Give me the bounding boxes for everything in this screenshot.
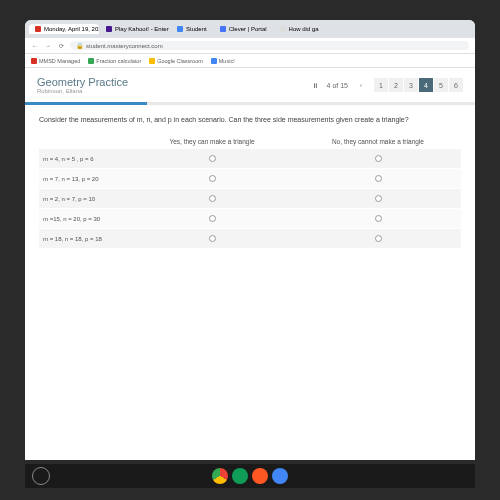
address-bar: ← → ⟳ 🔒student.masteryconnect.com: [25, 38, 475, 54]
chrome-os-shelf: [25, 464, 475, 488]
matrix-header: Yes, they can make a triangle No, they c…: [39, 134, 461, 149]
question-area: Consider the measurements of m, n, and p…: [25, 105, 475, 259]
radio-button[interactable]: [375, 175, 382, 182]
bookmark-icon: [149, 58, 155, 64]
matrix-row: m = 7, n = 13, p = 20: [39, 169, 461, 189]
col-no: No, they cannot make a triangle: [295, 134, 461, 149]
reload-icon[interactable]: ⟳: [57, 42, 65, 50]
answer-matrix: Yes, they can make a triangle No, they c…: [39, 134, 461, 249]
tab-favicon: [280, 26, 286, 32]
bookmark-label: Fraction calculator: [96, 58, 141, 64]
assessment-header: Geometry Practice Robinson, Eliana ⏸ 4 o…: [25, 68, 475, 102]
screen: Monday, April 19, 2021 Play Kahoot! - En…: [25, 20, 475, 460]
tab-label: Monday, April 19, 2021: [44, 26, 99, 32]
row-label: m = 18, n = 18, p = 18: [39, 230, 129, 248]
bookmark-1[interactable]: Fraction calculator: [88, 58, 141, 64]
prev-icon[interactable]: ‹: [356, 82, 366, 89]
bookmark-icon: [31, 58, 37, 64]
header-right: ⏸ 4 of 15 ‹ 1 2 3 4 5 6: [312, 78, 463, 92]
app-icon[interactable]: [232, 468, 248, 484]
cell-yes: [129, 169, 295, 188]
student-name: Robinson, Eliana: [37, 88, 128, 94]
matrix-row: m = 2, n = 7, p = 10: [39, 189, 461, 209]
app-chrome-icon[interactable]: [212, 468, 228, 484]
page-content: Geometry Practice Robinson, Eliana ⏸ 4 o…: [25, 68, 475, 460]
tab-3[interactable]: Clever | Portal: [214, 24, 273, 34]
bookmark-2[interactable]: Google Classroom: [149, 58, 203, 64]
tab-favicon: [35, 26, 41, 32]
row-label: m = 7, n = 13, p = 20: [39, 170, 129, 188]
progress-bar: [25, 102, 475, 105]
question-text: Consider the measurements of m, n, and p…: [39, 115, 461, 124]
url-text: student.masteryconnect.com: [86, 43, 163, 49]
cell-yes: [129, 149, 295, 168]
bookmarks-bar: MMSD Managed Fraction calculator Google …: [25, 54, 475, 68]
bookmark-label: Music!: [219, 58, 235, 64]
radio-button[interactable]: [209, 215, 216, 222]
radio-button[interactable]: [209, 195, 216, 202]
tab-1[interactable]: Play Kahoot! - Enter game P: [100, 24, 170, 34]
page-1[interactable]: 1: [374, 78, 388, 92]
matrix-row: m = 4, n = 5 , p = 6: [39, 149, 461, 169]
col-yes: Yes, they can make a triangle: [129, 134, 295, 149]
tab-favicon: [106, 26, 112, 32]
bookmark-icon: [88, 58, 94, 64]
tab-label: Clever | Portal: [229, 26, 267, 32]
bookmark-label: Google Classroom: [157, 58, 203, 64]
bookmark-3[interactable]: Music!: [211, 58, 235, 64]
row-label: m = 4, n = 5 , p = 6: [39, 150, 129, 168]
app-icon[interactable]: [252, 468, 268, 484]
radio-button[interactable]: [209, 235, 216, 242]
launcher-icon[interactable]: [32, 467, 50, 485]
bookmark-0[interactable]: MMSD Managed: [31, 58, 80, 64]
bookmark-label: MMSD Managed: [39, 58, 80, 64]
tab-4[interactable]: How did ga: [274, 24, 325, 34]
lock-icon: 🔒: [76, 42, 83, 49]
radio-button[interactable]: [375, 215, 382, 222]
page-6[interactable]: 6: [449, 78, 463, 92]
cell-no: [295, 149, 461, 168]
radio-button[interactable]: [375, 235, 382, 242]
url-field[interactable]: 🔒student.masteryconnect.com: [70, 41, 469, 50]
cell-yes: [129, 189, 295, 208]
tab-label: Student: [186, 26, 207, 32]
pager: 1 2 3 4 5 6: [374, 78, 463, 92]
tab-favicon: [177, 26, 183, 32]
page-title: Geometry Practice: [37, 76, 128, 88]
browser-tabstrip: Monday, April 19, 2021 Play Kahoot! - En…: [25, 20, 475, 38]
cell-no: [295, 169, 461, 188]
cell-no: [295, 209, 461, 228]
row-label: m =15, n = 20, p = 30: [39, 210, 129, 228]
page-4[interactable]: 4: [419, 78, 433, 92]
page-2[interactable]: 2: [389, 78, 403, 92]
radio-button[interactable]: [209, 155, 216, 162]
radio-button[interactable]: [209, 175, 216, 182]
tab-0[interactable]: Monday, April 19, 2021: [29, 24, 99, 34]
page-5[interactable]: 5: [434, 78, 448, 92]
forward-icon[interactable]: →: [44, 42, 52, 50]
tab-label: Play Kahoot! - Enter game P: [115, 26, 170, 32]
page-3[interactable]: 3: [404, 78, 418, 92]
cell-no: [295, 229, 461, 248]
app-icon[interactable]: [272, 468, 288, 484]
progress-fill: [25, 102, 147, 105]
radio-button[interactable]: [375, 195, 382, 202]
tab-2[interactable]: Student: [171, 24, 213, 34]
cell-yes: [129, 209, 295, 228]
matrix-row: m =15, n = 20, p = 30: [39, 209, 461, 229]
matrix-row: m = 18, n = 18, p = 18: [39, 229, 461, 249]
bookmark-icon: [211, 58, 217, 64]
cell-yes: [129, 229, 295, 248]
radio-button[interactable]: [375, 155, 382, 162]
back-icon[interactable]: ←: [31, 42, 39, 50]
tab-label: How did ga: [289, 26, 319, 32]
header-spacer: [39, 134, 129, 149]
pause-icon[interactable]: ⏸: [312, 82, 319, 89]
cell-no: [295, 189, 461, 208]
row-label: m = 2, n = 7, p = 10: [39, 190, 129, 208]
tab-favicon: [220, 26, 226, 32]
header-left: Geometry Practice Robinson, Eliana: [37, 76, 128, 94]
question-counter: 4 of 15: [327, 82, 348, 89]
